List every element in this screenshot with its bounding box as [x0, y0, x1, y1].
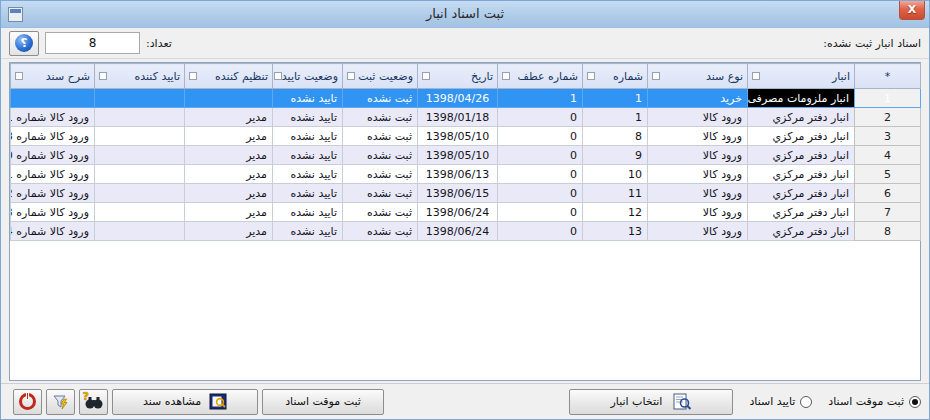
cell-description[interactable]: ورود کالا شماره 1 [11, 108, 95, 127]
cell-preparer[interactable] [185, 89, 273, 108]
cell-doc-type[interactable]: ورود کالا [648, 108, 748, 127]
cell-date[interactable]: 1398/04/26 [418, 89, 498, 108]
col-header-reg-status[interactable]: وضعیت ثبت [343, 64, 418, 89]
cell-confirm-status[interactable]: تایید نشده [273, 146, 343, 165]
table-row[interactable]: 5انبار دفتر مرکزيورود کالا1001398/06/13ث… [11, 165, 921, 184]
cell-confirmer[interactable] [95, 146, 185, 165]
cell-num[interactable]: 3 [855, 127, 921, 146]
cell-number[interactable]: 13 [583, 222, 648, 241]
col-header-date[interactable]: تاریخ [418, 64, 498, 89]
cell-num[interactable]: 2 [855, 108, 921, 127]
checkbox-icon[interactable] [652, 72, 660, 80]
clear-filter-button[interactable] [46, 389, 75, 415]
cell-ref-number[interactable]: 0 [498, 203, 583, 222]
checkbox-icon[interactable] [752, 72, 760, 80]
col-header-doc-type[interactable]: نوع سند [648, 64, 748, 89]
cell-number[interactable]: 8 [583, 127, 648, 146]
cell-doc-type[interactable]: ورود کالا [648, 165, 748, 184]
table-row[interactable]: 8انبار دفتر مرکزيورود کالا1301398/06/24ث… [11, 222, 921, 241]
cell-reg-status[interactable]: ثبت نشده [343, 222, 418, 241]
radio-temp-register[interactable]: ثبت موقت اسناد [828, 395, 921, 408]
cell-confirmer[interactable] [95, 108, 185, 127]
cell-preparer[interactable]: مدير [185, 127, 273, 146]
cell-ref-number[interactable]: 0 [498, 127, 583, 146]
cell-reg-status[interactable]: ثبت نشده [343, 146, 418, 165]
help-button[interactable]: ؟ [9, 31, 39, 56]
search-button[interactable]: ? [79, 389, 108, 415]
cell-anbar[interactable]: انبار دفتر مرکزي [748, 203, 855, 222]
count-field[interactable]: 8 [45, 32, 140, 54]
cell-number[interactable]: 9 [583, 146, 648, 165]
cell-description[interactable]: ورود کالا شماره 14 [11, 222, 95, 241]
checkbox-icon[interactable] [99, 72, 107, 80]
cell-confirmer[interactable] [95, 184, 185, 203]
cell-anbar[interactable]: انبار دفتر مرکزي [748, 108, 855, 127]
col-header-anbar[interactable]: انبار [748, 64, 855, 89]
table-row[interactable]: 3انبار دفتر مرکزيورود کالا801398/05/10ثب… [11, 127, 921, 146]
cell-preparer[interactable]: مدير [185, 165, 273, 184]
temp-register-button[interactable]: ثبت موقت اسناد [262, 389, 384, 415]
cell-ref-number[interactable]: 0 [498, 165, 583, 184]
table-row[interactable]: 2انبار دفتر مرکزيورود کالا101398/01/18ثب… [11, 108, 921, 127]
cell-confirm-status[interactable]: تایید نشده [273, 127, 343, 146]
checkbox-icon[interactable] [189, 72, 197, 80]
radio-confirm-docs[interactable]: تایید اسناد [749, 395, 812, 408]
cell-ref-number[interactable]: 0 [498, 146, 583, 165]
cell-anbar[interactable]: انبار ملزومات مصرفی [748, 89, 855, 108]
cell-description[interactable]: ورود کالا شماره 12 [11, 184, 95, 203]
cell-doc-type[interactable]: ورود کالا [648, 203, 748, 222]
radio-button-icon[interactable] [800, 396, 812, 408]
cell-confirmer[interactable] [95, 165, 185, 184]
cell-reg-status[interactable]: ثبت نشده [343, 184, 418, 203]
cell-reg-status[interactable]: ثبت نشده [343, 127, 418, 146]
cell-anbar[interactable]: انبار دفتر مرکزي [748, 184, 855, 203]
cell-doc-type[interactable]: ورود کالا [648, 146, 748, 165]
cell-confirmer[interactable] [95, 222, 185, 241]
cell-description[interactable] [11, 89, 95, 108]
view-document-button[interactable]: مشاهده سند [112, 389, 258, 415]
cell-num[interactable]: 4 [855, 146, 921, 165]
cell-number[interactable]: 10 [583, 165, 648, 184]
table-row[interactable]: 4انبار دفتر مرکزيورود کالا901398/05/10ثب… [11, 146, 921, 165]
checkbox-icon[interactable] [502, 72, 510, 80]
col-header-confirmer[interactable]: تایید کننده [95, 64, 185, 89]
cell-date[interactable]: 1398/06/13 [418, 165, 498, 184]
cell-confirm-status[interactable]: تایید نشده [273, 184, 343, 203]
cell-confirm-status[interactable]: تایید نشده [273, 108, 343, 127]
cell-number[interactable]: 11 [583, 184, 648, 203]
checkbox-icon[interactable] [347, 72, 355, 80]
cell-confirm-status[interactable]: تایید نشده [273, 89, 343, 108]
cell-doc-type[interactable]: خرید [648, 89, 748, 108]
cell-description[interactable]: ورود کالا شماره 13 [11, 203, 95, 222]
cell-ref-number[interactable]: 1 [498, 89, 583, 108]
cell-date[interactable]: 1398/05/10 [418, 127, 498, 146]
cell-date[interactable]: 1398/05/10 [418, 146, 498, 165]
cell-ref-number[interactable]: 0 [498, 184, 583, 203]
cell-date[interactable]: 1398/06/15 [418, 184, 498, 203]
cell-reg-status[interactable]: ثبت نشده [343, 165, 418, 184]
checkbox-icon[interactable] [274, 72, 282, 80]
cell-preparer[interactable]: مدير [185, 146, 273, 165]
cell-date[interactable]: 1398/01/18 [418, 108, 498, 127]
cell-preparer[interactable]: مدير [185, 222, 273, 241]
cell-confirm-status[interactable]: تایید نشده [273, 203, 343, 222]
cell-confirmer[interactable] [95, 89, 185, 108]
select-warehouse-button[interactable]: انتخاب انبار [569, 389, 733, 415]
cell-num[interactable]: 7 [855, 203, 921, 222]
checkbox-icon[interactable] [587, 72, 595, 80]
cell-number[interactable]: 1 [583, 89, 648, 108]
cell-doc-type[interactable]: ورود کالا [648, 127, 748, 146]
cell-num[interactable]: 6 [855, 184, 921, 203]
col-header-ref-number[interactable]: شماره عطف [498, 64, 583, 89]
cell-number[interactable]: 12 [583, 203, 648, 222]
cell-ref-number[interactable]: 0 [498, 222, 583, 241]
col-header-description[interactable]: شرح سند [11, 64, 95, 89]
col-header-confirm-status[interactable]: وضعیت تایید [273, 64, 343, 89]
cell-description[interactable]: ورود کالا شماره 11 [11, 165, 95, 184]
cell-doc-type[interactable]: ورود کالا [648, 184, 748, 203]
cell-date[interactable]: 1398/06/24 [418, 222, 498, 241]
cell-confirm-status[interactable]: تایید نشده [273, 165, 343, 184]
cell-date[interactable]: 1398/06/24 [418, 203, 498, 222]
cell-preparer[interactable]: مدير [185, 203, 273, 222]
cell-num[interactable]: 5 [855, 165, 921, 184]
